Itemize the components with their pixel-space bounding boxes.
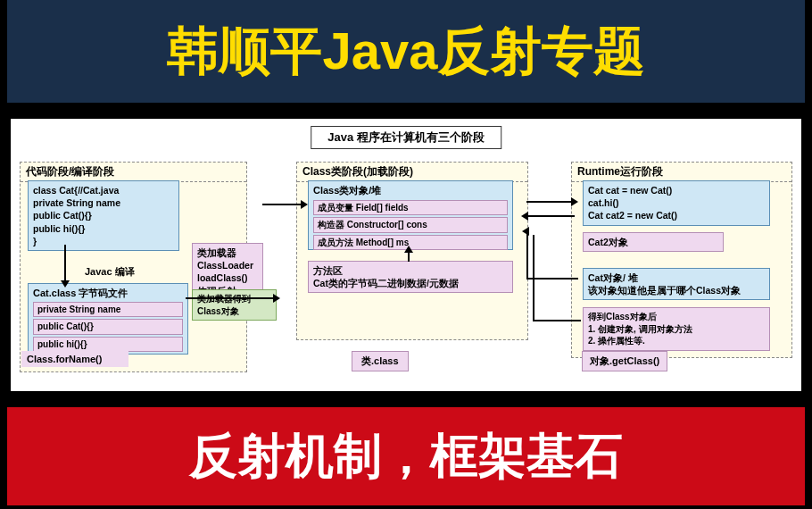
stage3-header: Runtime运行阶段	[572, 163, 791, 182]
stage2-header: Class类阶段(加载阶段)	[297, 163, 527, 182]
box-class-object-heap: Class类对象/堆 成员变量 Field[] fields 构造器 Const…	[308, 180, 513, 250]
classobj-item: 构造器 Constructor[] cons	[313, 217, 508, 233]
arrow	[186, 297, 275, 299]
arrow-head	[61, 280, 70, 288]
classobj-item: 成员变量 Field[] fields	[313, 200, 508, 216]
diagram-title: Java 程序在计算机有三个阶段	[311, 126, 501, 149]
arrow-head	[404, 246, 413, 253]
box-cat-class-file: Cat.class 字节码文件 private String name publ…	[28, 283, 188, 355]
arrow	[526, 201, 575, 203]
banner-top-title: 韩顺平Java反射专题	[167, 17, 644, 87]
banner-top: 韩顺平Java反射专题	[7, 0, 805, 103]
box-loader-note: 类加载器得到Class对象	[192, 289, 277, 321]
box-object-getclass: 对象.getClass()	[582, 351, 667, 371]
box-method-area: 方法区 Cat类的字节码二进制数据/元数据	[308, 261, 513, 293]
box-after-class-object: 得到Class对象后 1. 创建对象, 调用对象方法 2. 操作属性等.	[583, 307, 770, 351]
catclass-header: Cat.class 字节码文件	[33, 287, 183, 300]
arrow	[64, 245, 66, 282]
arrow	[262, 204, 305, 205]
arrow-head	[301, 200, 308, 209]
arrow-head	[522, 227, 529, 236]
box-source-code: class Cat{//Cat.java private String name…	[28, 180, 179, 251]
box-class-forname: Class.forName()	[21, 351, 128, 367]
classobj-header: Class类对象/堆	[313, 184, 508, 197]
box-runtime-code: Cat cat = new Cat() cat.hi() Cat cat2 = …	[583, 180, 770, 226]
catclass-item: public Cat(){}	[33, 319, 183, 335]
arrow-head	[273, 294, 280, 303]
arrow	[533, 320, 581, 321]
arrow	[526, 230, 528, 280]
stage-runtime: Runtime运行阶段 Cat cat = new Cat() cat.hi()…	[571, 162, 792, 358]
diagram-area: Java 程序在计算机有三个阶段 代码阶段/编译阶段 class Cat{//C…	[11, 119, 801, 391]
catclass-item: private String name	[33, 302, 183, 318]
box-cat2-object: Cat2对象	[583, 232, 724, 252]
arrow	[533, 235, 534, 321]
box-cat-object-heap: Cat对象/ 堆 该对象知道他是属于哪个Class对象	[583, 268, 770, 300]
catclass-item: public hi(){}	[33, 337, 183, 353]
banner-bottom: 反射机制，框架基石	[7, 407, 805, 505]
stage1-header: 代码阶段/编译阶段	[21, 163, 246, 182]
banner-bottom-title: 反射机制，框架基石	[189, 424, 623, 489]
compile-label: Javac 编译	[85, 265, 135, 279]
arrow-head	[521, 212, 528, 221]
stage-code-compile: 代码阶段/编译阶段 class Cat{//Cat.java private S…	[20, 162, 247, 372]
arrow	[526, 215, 575, 217]
arrow-head	[571, 197, 578, 206]
box-class-dot-class: 类.class	[352, 351, 409, 371]
